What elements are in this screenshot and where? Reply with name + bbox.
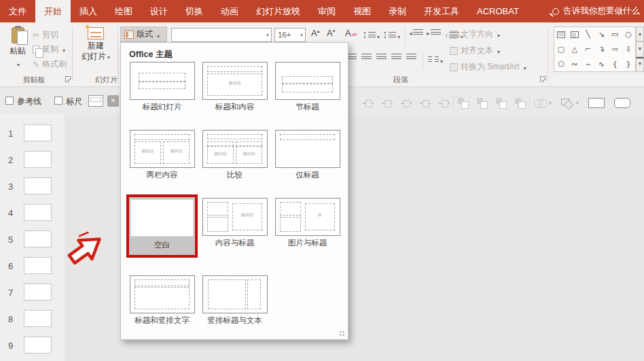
- bullets-button[interactable]: [364, 29, 380, 41]
- slide-thumbnail[interactable]: [24, 337, 52, 354]
- ribbon-tab-动画[interactable]: 动画: [212, 0, 247, 22]
- slide-thumbnail[interactable]: [24, 204, 52, 221]
- ribbon-tab-切换[interactable]: 切换: [177, 0, 212, 22]
- ribbon-tab-视图[interactable]: 视图: [344, 0, 380, 22]
- slide-item-3[interactable]: 3: [0, 177, 65, 198]
- slide-thumbnail[interactable]: [24, 230, 52, 247]
- rectangle-shape-icon[interactable]: [588, 98, 605, 108]
- send-to-back-icon[interactable]: [477, 98, 489, 109]
- convert-smartart-button[interactable]: 转换为 SmartArt: [450, 61, 526, 73]
- guides-checkbox[interactable]: [5, 97, 14, 105]
- ribbon-tab-审阅[interactable]: 审阅: [309, 0, 344, 22]
- rectangle-icon[interactable]: ▭: [608, 27, 622, 42]
- layout-option-blank[interactable]: 空白: [126, 194, 198, 258]
- arc-icon[interactable]: ⌢: [582, 56, 595, 71]
- font-name-combobox[interactable]: ▾: [171, 28, 272, 42]
- ribbon-tab-绘图[interactable]: 绘图: [106, 0, 141, 22]
- slide-item-8[interactable]: 8: [0, 310, 65, 330]
- ribbon-tab-插入[interactable]: 插入: [71, 0, 106, 22]
- copy-dropdown-caret[interactable]: [61, 45, 65, 54]
- new-slide-button[interactable]: 新建 幻灯片: [76, 26, 115, 71]
- layout-option-comparison[interactable]: 比较: [198, 130, 271, 180]
- clear-formatting-button[interactable]: A: [345, 28, 357, 38]
- tell-me-search[interactable]: 告诉我你想要做什么: [552, 0, 641, 22]
- slide-item-2[interactable]: 2: [0, 151, 65, 171]
- rounded-rectangle-icon[interactable]: ▢: [554, 42, 568, 57]
- copy-button[interactable]: 复制: [33, 44, 65, 55]
- shapes-scroll-down-button[interactable]: ▼: [636, 41, 644, 56]
- slide-item-1[interactable]: 1: [0, 124, 65, 145]
- right-brace-icon[interactable]: }: [622, 56, 635, 71]
- change-shape-icon-caret[interactable]: ▾: [576, 100, 579, 106]
- shapes-scroll-up-button[interactable]: ▲: [636, 27, 644, 41]
- ribbon-tab-开始[interactable]: 开始: [35, 0, 71, 22]
- paste-button[interactable]: 粘贴: [5, 26, 30, 71]
- elbow-arrow-connector-icon[interactable]: ↴: [595, 42, 609, 57]
- align-objects-left-icon[interactable]: [363, 98, 375, 109]
- layout-option-vertical-title-text[interactable]: 竖排标题与文本: [198, 275, 271, 326]
- ribbon-tab-文件[interactable]: 文件: [0, 0, 35, 22]
- distribute-text-button[interactable]: [406, 54, 416, 61]
- layout-option-content-caption[interactable]: 内容与标题: [198, 198, 271, 248]
- merge-shapes-icon-caret[interactable]: ▾: [549, 100, 552, 106]
- format-painter-button[interactable]: ✎ 格式刷: [33, 58, 67, 70]
- slide-thumbnail[interactable]: [24, 124, 52, 141]
- oval-icon[interactable]: ○: [622, 27, 635, 42]
- numbering-button[interactable]: [384, 29, 400, 41]
- slide-item-9[interactable]: 9: [0, 337, 65, 357]
- slide-thumbnail[interactable]: [24, 257, 52, 274]
- paragraph-dialog-launcher-icon[interactable]: [540, 76, 546, 82]
- ribbon-tab-开发工具[interactable]: 开发工具: [415, 0, 468, 22]
- paste-dropdown-caret[interactable]: [16, 57, 20, 69]
- rounded-rectangle-shape-icon[interactable]: [614, 98, 630, 108]
- triangle-icon[interactable]: △: [568, 42, 582, 57]
- increase-indent-button[interactable]: ▸: [427, 29, 441, 37]
- ribbon-tab-录制[interactable]: 录制: [380, 0, 415, 22]
- ruler-checkbox[interactable]: [54, 97, 62, 105]
- slide-item-5[interactable]: 5: [0, 230, 65, 251]
- distribute-objects-icon[interactable]: [439, 98, 451, 109]
- layout-option-title-slide[interactable]: 标题幻灯片: [126, 62, 198, 112]
- shapes-more-button[interactable]: ▼: [636, 57, 644, 72]
- align-objects-middle-icon[interactable]: [401, 98, 413, 109]
- layout-option-title-only[interactable]: 仅标题: [271, 130, 344, 180]
- layout-option-section-header[interactable]: 节标题: [271, 62, 344, 112]
- slide-thumbnail[interactable]: [24, 151, 52, 168]
- down-arrow-icon[interactable]: ⇩: [622, 42, 635, 57]
- text-direction-button[interactable]: 文字方向: [450, 29, 500, 40]
- layout-button[interactable]: 版式: [120, 27, 167, 42]
- ribbon-tab-幻灯片放映[interactable]: 幻灯片放映: [247, 0, 309, 22]
- layout-option-title-vertical-text[interactable]: 标题和竖排文字: [126, 275, 198, 326]
- font-name-caret[interactable]: ▾: [266, 32, 269, 38]
- slide-item-6[interactable]: 6: [0, 257, 65, 277]
- bring-to-front-icon[interactable]: [458, 98, 470, 109]
- justify-button[interactable]: [391, 54, 401, 61]
- ribbon-tab-设计[interactable]: 设计: [141, 0, 177, 22]
- slide-thumbnail[interactable]: [24, 177, 52, 194]
- layout-option-title-content[interactable]: 标题和内容: [198, 62, 271, 112]
- cut-button[interactable]: ✂ 剪切: [33, 29, 58, 41]
- font-size-caret[interactable]: ▾: [300, 32, 303, 38]
- send-backward-icon[interactable]: [515, 98, 527, 109]
- align-right-button[interactable]: [376, 54, 387, 61]
- font-size-combobox[interactable]: 16+ ▾: [274, 28, 306, 42]
- increase-font-size-button[interactable]: A▴: [311, 28, 319, 38]
- arrow-icon[interactable]: ↘: [595, 27, 609, 42]
- curve-icon[interactable]: ∿: [595, 56, 609, 71]
- resize-grip[interactable]: [339, 330, 346, 337]
- vertical-text-box-icon[interactable]: [568, 27, 582, 42]
- close-button[interactable]: ×: [107, 95, 119, 107]
- slide-layout-icon[interactable]: [88, 95, 103, 107]
- layout-option-two-content[interactable]: 两栏内容: [126, 130, 198, 180]
- clipboard-dialog-launcher-icon[interactable]: [65, 76, 71, 82]
- elbow-connector-icon[interactable]: ⌐: [582, 42, 595, 57]
- align-text-button[interactable]: 对齐文本: [450, 45, 500, 56]
- scribble-icon[interactable]: ∾: [568, 56, 582, 71]
- align-objects-right-icon[interactable]: [420, 98, 432, 109]
- decrease-indent-button[interactable]: ◂: [409, 29, 423, 37]
- text-box-icon[interactable]: [554, 27, 568, 42]
- slide-item-7[interactable]: 7: [0, 283, 65, 304]
- bring-forward-icon[interactable]: [496, 98, 508, 109]
- slide-thumbnail[interactable]: [24, 310, 52, 327]
- layout-option-picture-caption[interactable]: 图片与标题: [271, 198, 344, 248]
